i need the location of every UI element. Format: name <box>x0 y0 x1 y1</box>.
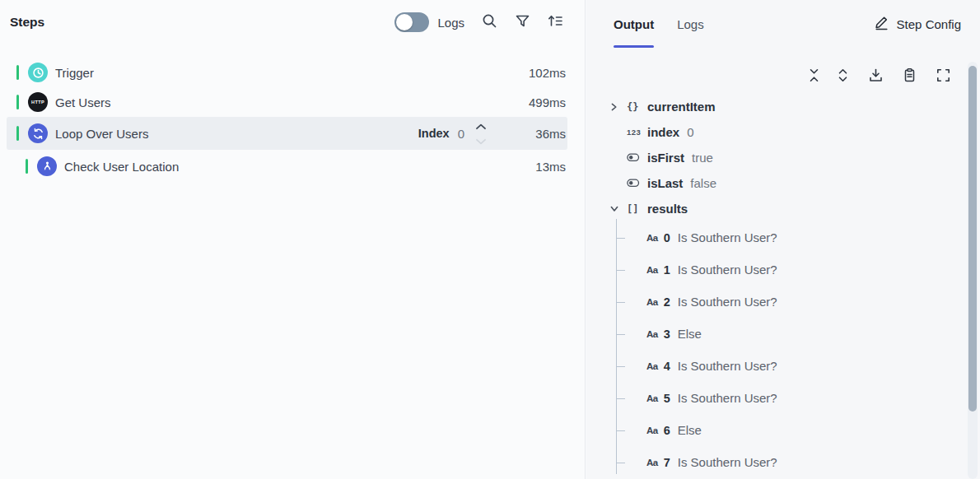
result-item: Aa 7 Is Southern User? <box>609 446 980 478</box>
tree-key: index <box>647 125 679 139</box>
number-type-icon: 123 <box>627 128 646 137</box>
string-type-icon: Aa <box>646 329 658 339</box>
fullscreen-button[interactable] <box>936 67 951 86</box>
step-name: Loop Over Users <box>55 127 148 141</box>
search-icon <box>482 13 497 31</box>
tree-value: false <box>690 176 716 190</box>
result-index: 3 <box>664 328 670 341</box>
tree-node-currentitem[interactable]: {} currentItem <box>609 94 980 119</box>
tree-key: isLast <box>647 176 683 190</box>
loop-index-value: 0 <box>458 127 464 141</box>
logs-toggle-knob[interactable] <box>396 14 413 30</box>
clipboard-icon <box>902 67 917 86</box>
scrollbar-thumb[interactable] <box>968 66 977 412</box>
result-index: 7 <box>664 456 670 469</box>
tree-value: 0 <box>687 125 693 139</box>
tree-node-islast: isLast false <box>609 170 980 196</box>
loop-icon <box>28 123 48 143</box>
step-duration: 36ms <box>487 127 566 141</box>
filter-funnel-icon <box>515 14 530 31</box>
step-row-check-user-location[interactable]: Check User Location 13ms <box>7 150 567 183</box>
step-duration: 13ms <box>535 160 566 174</box>
step-row-trigger[interactable]: Trigger 102ms <box>7 58 567 87</box>
index-step-down-button[interactable] <box>475 135 487 147</box>
trigger-clock-icon <box>28 63 48 82</box>
index-step-up-button[interactable] <box>475 120 487 133</box>
result-value: Is Southern User? <box>678 455 777 469</box>
http-icon-label: HTTP <box>31 100 44 105</box>
download-icon <box>868 67 884 86</box>
boolean-type-icon <box>627 153 646 162</box>
string-type-icon: Aa <box>646 265 658 275</box>
step-row-loop-over-users[interactable]: Loop Over Users Index 0 <box>7 117 567 150</box>
steps-panel-controls: Logs <box>394 12 563 32</box>
result-item: Aa 4 Is Southern User? <box>609 350 980 382</box>
string-type-icon: Aa <box>646 458 658 467</box>
logs-toggle-label: Logs <box>437 16 464 30</box>
collapse-all-icon <box>807 68 821 85</box>
search-button[interactable] <box>482 13 497 31</box>
collapse-all-button[interactable] <box>807 68 821 85</box>
loop-index-stepper <box>475 120 487 147</box>
step-row-get-users[interactable]: HTTP Get Users 499ms <box>7 87 567 117</box>
string-type-icon: Aa <box>646 393 658 403</box>
tree-key: isFirst <box>647 151 684 165</box>
loop-index-group: Index 0 <box>418 120 487 147</box>
result-value: Else <box>678 423 702 437</box>
result-value: Is Southern User? <box>678 391 777 405</box>
scrollbar-track[interactable] <box>968 62 978 479</box>
result-value: Is Southern User? <box>678 295 777 309</box>
tab-logs[interactable]: Logs <box>677 0 704 48</box>
chevron-up-icon <box>475 120 487 133</box>
string-type-icon: Aa <box>646 297 658 307</box>
sort-button[interactable] <box>548 14 563 30</box>
tree-key: currentItem <box>647 100 716 114</box>
chevron-down-icon <box>475 135 487 147</box>
tab-output[interactable]: Output <box>614 0 654 48</box>
steps-panel-header: Steps Logs <box>0 0 585 44</box>
result-item: Aa 0 Is Southern User? <box>609 221 980 253</box>
logs-toggle[interactable] <box>394 12 429 32</box>
copy-button[interactable] <box>902 67 917 86</box>
result-value: Is Southern User? <box>678 359 777 373</box>
result-item: Aa 6 Else <box>609 414 980 446</box>
output-panel: Output Logs Step Config <box>586 0 980 479</box>
boolean-type-icon <box>627 179 646 188</box>
tree-node-results[interactable]: [] results <box>609 196 980 221</box>
step-name: Trigger <box>55 66 94 80</box>
result-index: 5 <box>664 392 670 405</box>
result-item: Aa 2 Is Southern User? <box>609 286 980 318</box>
expand-all-button[interactable] <box>836 68 850 85</box>
download-button[interactable] <box>868 67 884 86</box>
tree-node-index: 123 index 0 <box>609 119 980 145</box>
result-item: Aa 1 Is Southern User? <box>609 253 980 286</box>
chevron-down-icon[interactable] <box>609 204 627 213</box>
step-name: Get Users <box>55 95 111 109</box>
result-index: 4 <box>664 360 670 373</box>
steps-panel: Steps Logs <box>0 0 586 479</box>
object-type-icon: {} <box>627 101 646 113</box>
step-success-bar <box>26 159 28 174</box>
result-item: Aa 5 Is Southern User? <box>609 382 980 414</box>
result-index: 0 <box>664 231 670 244</box>
output-panel-header: Output Logs Step Config <box>586 0 980 48</box>
step-name: Check User Location <box>64 160 179 174</box>
http-icon: HTTP <box>28 92 48 112</box>
tree-node-isfirst: isFirst true <box>609 145 980 170</box>
step-success-bar <box>16 126 19 141</box>
filter-button[interactable] <box>515 14 530 31</box>
result-value: Else <box>678 327 702 341</box>
step-config-label: Step Config <box>897 17 961 31</box>
output-json-tree: {} currentItem 123 index 0 isFirst true <box>586 94 980 478</box>
expand-all-icon <box>836 68 850 85</box>
result-index: 6 <box>664 424 670 437</box>
result-index: 1 <box>664 263 670 277</box>
step-duration: 499ms <box>529 95 566 109</box>
fullscreen-icon <box>936 67 951 86</box>
step-config-button[interactable]: Step Config <box>874 15 961 33</box>
pencil-icon <box>874 15 889 33</box>
chevron-right-icon[interactable] <box>609 102 627 112</box>
step-duration: 102ms <box>529 66 566 80</box>
loop-index-label: Index <box>418 127 450 140</box>
tree-key: results <box>647 202 688 216</box>
